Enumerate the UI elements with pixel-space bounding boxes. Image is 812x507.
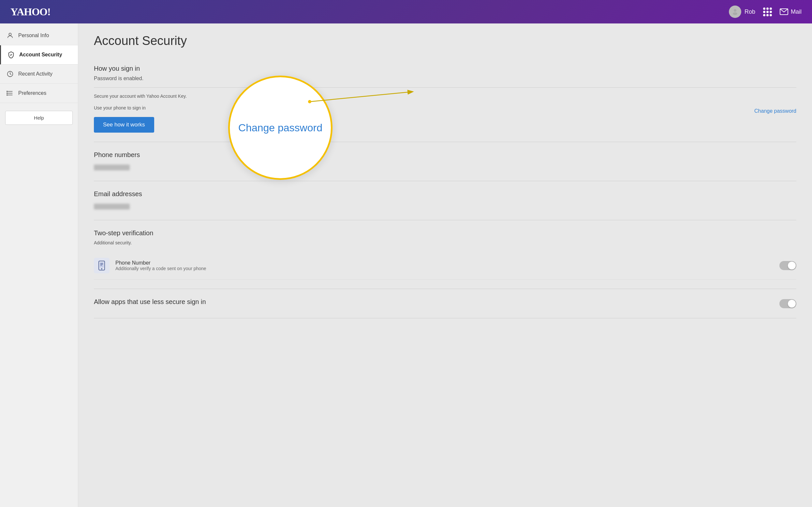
svg-point-10 (7, 95, 7, 95)
see-how-button[interactable]: See how it works (94, 117, 154, 132)
phone-blurred (94, 165, 130, 170)
phone-number-label: Phone Number (115, 260, 773, 266)
apps-grid[interactable] (763, 7, 772, 16)
email-addresses-section: Email addresses (94, 181, 796, 220)
less-secure-section: Allow apps that use less secure sign in (94, 289, 796, 318)
main-content: Account Security How you sign in Passwor… (78, 23, 812, 507)
svg-point-8 (7, 91, 7, 92)
phone-number-desc: Additionally verify a code sent on your … (115, 266, 773, 271)
two-step-title: Two-step verification (94, 229, 796, 237)
two-step-phone-item: Phone Number Additionally verify a code … (94, 252, 796, 280)
phone-number-icon (98, 261, 106, 271)
header-user[interactable]: Rob (729, 6, 755, 18)
mail-icon (780, 8, 788, 15)
svg-point-0 (734, 9, 737, 12)
email-blurred (94, 204, 130, 210)
phone-numbers-section: Phone numbers (94, 142, 796, 181)
person-icon (6, 32, 14, 39)
sidebar-item-label: Personal Info (18, 33, 49, 39)
yahoo-key-desc: Secure your account with Yahoo Account K… (94, 94, 796, 99)
shield-icon (7, 51, 15, 58)
svg-point-9 (7, 93, 7, 94)
phone-number-toggle[interactable] (779, 261, 796, 270)
header-right: Rob Mail (729, 6, 802, 18)
username-label: Rob (745, 8, 755, 15)
phone-numbers-title: Phone numbers (94, 151, 796, 159)
sidebar-item-account-security[interactable]: Account Security (0, 45, 78, 64)
mail-label: Mail (791, 8, 802, 15)
sign-in-section: How you sign in Password is enabled. Sec… (94, 56, 796, 142)
two-step-text: Phone Number Additionally verify a code … (115, 260, 773, 271)
two-step-section: Two-step verification Additional securit… (94, 220, 796, 289)
yahoo-key-sub: Use your phone to sign in (94, 105, 796, 110)
mail-link[interactable]: Mail (780, 8, 802, 15)
help-button[interactable]: Help (5, 111, 73, 125)
clock-icon (6, 70, 14, 77)
page-title: Account Security (94, 34, 796, 48)
sidebar: Personal Info Account Security Recent Ac… (0, 23, 78, 507)
sign-in-title: How you sign in (94, 65, 796, 72)
change-password-link[interactable]: Change password (754, 108, 796, 114)
less-secure-title: Allow apps that use less secure sign in (94, 298, 206, 305)
password-status: Password is enabled. (94, 75, 796, 81)
layout: Personal Info Account Security Recent Ac… (0, 23, 812, 507)
sidebar-item-label: Preferences (18, 90, 46, 96)
sidebar-item-recent-activity[interactable]: Recent Activity (0, 64, 78, 84)
svg-point-3 (9, 33, 11, 36)
magnify-text: Change password (238, 122, 322, 134)
yahoo-logo: YAHOO! (10, 6, 51, 18)
svg-point-1 (733, 12, 737, 15)
less-secure-toggle[interactable] (779, 299, 796, 308)
two-step-subtitle: Additional security. (94, 240, 796, 245)
sidebar-item-label: Account Security (19, 52, 62, 58)
sidebar-item-label: Recent Activity (18, 71, 52, 77)
sidebar-item-preferences[interactable]: Preferences (0, 84, 78, 103)
svg-point-19 (101, 268, 102, 270)
phone-icon-box (94, 258, 110, 273)
magnify-circle: Change password (228, 75, 332, 180)
sidebar-item-personal-info[interactable]: Personal Info (0, 26, 78, 45)
header: YAHOO! Rob Mail (0, 0, 812, 23)
list-icon (6, 90, 14, 97)
avatar (729, 6, 741, 18)
email-addresses-title: Email addresses (94, 190, 796, 198)
